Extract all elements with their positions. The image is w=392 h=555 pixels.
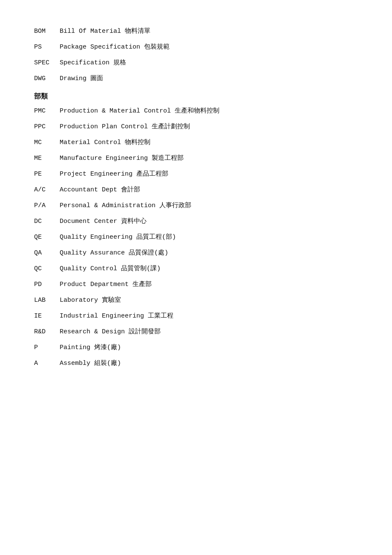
abbr-code: PS: [34, 41, 60, 53]
abbr-description: Package Specification 包裝規範: [60, 41, 358, 53]
department-entry: P/APersonal & Administration 人事行政部: [34, 200, 358, 211]
dept-code: PPC: [34, 121, 60, 133]
dept-description: Quality Control 品質管制(課): [60, 263, 358, 275]
dept-code: PMC: [34, 105, 60, 117]
abbr-code: BOM: [34, 26, 60, 37]
dept-code: A: [34, 358, 60, 369]
department-entry: QEQuality Engineering 品質工程(部): [34, 231, 358, 243]
dept-description: Quality Assurance 品質保證(處): [60, 247, 358, 259]
department-entry: PMCProduction & Material Control 生產和物料控制: [34, 105, 358, 117]
department-entry: MCMaterial Control 物料控制: [34, 137, 358, 148]
department-entry: PPainting 烤漆(廠): [34, 342, 358, 353]
abbreviation-entry: BOMBill Of Material 物料清單: [34, 26, 358, 37]
abbr-description: Bill Of Material 物料清單: [60, 26, 358, 37]
dept-code: R&D: [34, 326, 60, 338]
department-entry: IEIndustrial Engineering 工業工程: [34, 310, 358, 322]
dept-code: DC: [34, 216, 60, 227]
dept-description: Product Department 生產部: [60, 279, 358, 290]
abbr-description: Drawing 圖面: [60, 73, 358, 84]
dept-code: QC: [34, 263, 60, 275]
dept-description: Production Plan Control 生產計劃控制: [60, 121, 358, 133]
department-entry: DCDocument Center 資料中心: [34, 216, 358, 227]
dept-description: Personal & Administration 人事行政部: [60, 200, 358, 211]
abbr-code: DWG: [34, 73, 60, 84]
dept-description: Production & Material Control 生產和物料控制: [60, 105, 358, 117]
department-entry: LABLaboratory 實驗室: [34, 295, 358, 306]
department-entry: AAssembly 組裝(廠): [34, 358, 358, 369]
dept-code: P/A: [34, 200, 60, 211]
dept-description: Project Engineering 產品工程部: [60, 168, 358, 180]
abbreviations-section: BOMBill Of Material 物料清單PSPackage Specif…: [34, 26, 358, 369]
abbr-code: SPEC: [34, 57, 60, 69]
dept-code: MC: [34, 137, 60, 148]
dept-code: PE: [34, 168, 60, 180]
dept-description: Manufacture Engineering 製造工程部: [60, 153, 358, 164]
abbreviation-entry: SPECSpecification 規格: [34, 57, 358, 69]
dept-description: Research & Design 設計開發部: [60, 326, 358, 338]
dept-code: PD: [34, 279, 60, 290]
department-entry: PEProject Engineering 產品工程部: [34, 168, 358, 180]
dept-description: Material Control 物料控制: [60, 137, 358, 148]
dept-description: Quality Engineering 品質工程(部): [60, 231, 358, 243]
dept-code: P: [34, 342, 60, 353]
dept-code: IE: [34, 310, 60, 322]
dept-description: Accountant Dept 會計部: [60, 184, 358, 196]
dept-description: Assembly 組裝(廠): [60, 358, 358, 369]
section-header: 部類: [34, 92, 358, 101]
dept-code: ME: [34, 153, 60, 164]
dept-description: Industrial Engineering 工業工程: [60, 310, 358, 322]
dept-code: LAB: [34, 295, 60, 306]
dept-description: Laboratory 實驗室: [60, 295, 358, 306]
dept-code: QA: [34, 247, 60, 259]
department-entry: QAQuality Assurance 品質保證(處): [34, 247, 358, 259]
abbreviation-entry: DWGDrawing 圖面: [34, 73, 358, 84]
department-entry: R&DResearch & Design 設計開發部: [34, 326, 358, 338]
dept-description: Document Center 資料中心: [60, 216, 358, 227]
abbr-description: Specification 規格: [60, 57, 358, 69]
dept-code: QE: [34, 231, 60, 243]
abbreviation-entry: PSPackage Specification 包裝規範: [34, 41, 358, 53]
dept-description: Painting 烤漆(廠): [60, 342, 358, 353]
department-entry: PDProduct Department 生產部: [34, 279, 358, 290]
dept-code: A/C: [34, 184, 60, 196]
department-entry: PPCProduction Plan Control 生產計劃控制: [34, 121, 358, 133]
department-entry: MEManufacture Engineering 製造工程部: [34, 153, 358, 164]
department-entry: QCQuality Control 品質管制(課): [34, 263, 358, 275]
department-entry: A/CAccountant Dept 會計部: [34, 184, 358, 196]
